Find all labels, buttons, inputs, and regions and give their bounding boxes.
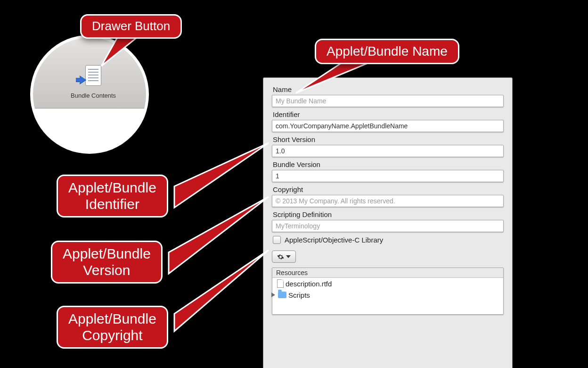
callout-copyright: Applet/Bundle Copyright [57,306,168,349]
name-input[interactable]: My Bundle Name [272,95,504,107]
bundle-version-label: Bundle Version [273,160,504,168]
callout-identifier: Applet/Bundle Identifier [57,175,168,217]
copyright-label: Copyright [273,185,504,193]
scripting-definition-label: Scripting Definition [273,210,504,218]
editor-background [33,109,146,151]
scripting-definition-input[interactable]: MyTerminology [272,220,504,232]
bundle-contents-panel: Name My Bundle Name Identifier com.YourC… [263,77,513,368]
gear-icon [277,253,284,260]
document-icon [277,279,284,288]
library-checkbox[interactable] [273,236,281,244]
callout-bundle-name: Applet/Bundle Name [315,39,459,64]
bundle-version-input[interactable]: 1 [272,170,504,182]
resource-item-file[interactable]: description.rtfd [272,278,503,289]
callout-bundle-name-text: Applet/Bundle Name [327,44,448,59]
folder-icon [278,292,286,298]
identifier-input[interactable]: com.YourCompanyName.AppletBundleName [272,120,504,132]
library-checkbox-label: AppleScript/Objective-C Library [285,236,383,244]
svg-marker-3 [169,197,269,274]
callout-drawer-button-text: Drawer Button [92,19,170,33]
library-checkbox-row: AppleScript/Objective-C Library [273,236,504,244]
disclosure-triangle-icon[interactable] [271,293,275,297]
callout-version: Applet/Bundle Version [51,241,163,284]
copyright-input[interactable]: © 2013 My Company. All rights reserved. [272,195,504,207]
resources-header: Resources [272,268,503,278]
identifier-label: Identifier [273,110,504,118]
callout-version-text: Applet/Bundle Version [63,246,151,278]
resource-item-folder[interactable]: Scripts [272,289,503,301]
callout-identifier-text: Applet/Bundle Identifier [68,180,156,212]
svg-marker-4 [174,250,269,331]
resources-list: Resources description.rtfd Scripts [272,268,504,315]
svg-marker-2 [174,143,269,208]
action-menu-button[interactable] [272,251,296,263]
short-version-input[interactable]: 1.0 [272,145,504,157]
callout-copyright-text: Applet/Bundle Copyright [68,311,156,343]
short-version-label: Short Version [273,135,504,143]
drawer-button-callout-circle: Bundle Contents [33,38,146,151]
bundle-contents-button[interactable]: Bundle Contents [71,65,116,99]
name-label: Name [273,85,504,93]
bundle-contents-label: Bundle Contents [71,92,116,99]
callout-drawer-button: Drawer Button [80,14,182,39]
resource-folder-label: Scripts [288,291,310,299]
chevron-down-icon [286,255,291,258]
bundle-contents-icon [82,65,104,89]
resource-file-label: description.rtfd [286,280,332,288]
